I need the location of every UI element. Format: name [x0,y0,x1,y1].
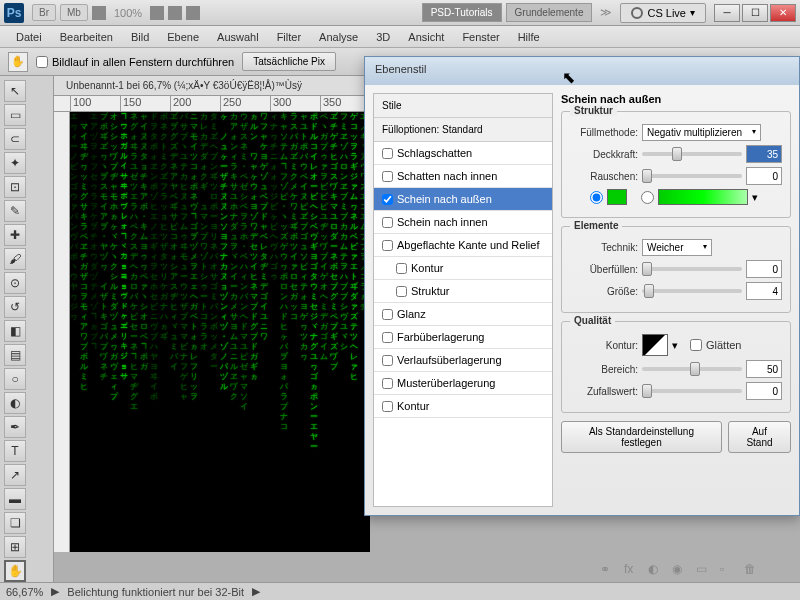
style-option[interactable]: Schein nach außen [374,188,552,211]
menu-item[interactable]: Ansicht [400,29,452,45]
menu-item[interactable]: 3D [368,29,398,45]
style-option[interactable]: Schein nach innen [374,211,552,234]
dialog-title[interactable]: Ebenenstil [365,57,799,85]
spread-slider[interactable] [642,267,742,271]
opacity-slider[interactable] [642,152,742,156]
menu-item[interactable]: Auswahl [209,29,267,45]
spread-input[interactable] [746,260,782,278]
new-icon[interactable]: ▫ [720,562,736,578]
blur-tool-icon[interactable]: ○ [4,368,26,390]
quality-legend: Qualität [570,315,615,326]
eyedropper-tool-icon[interactable]: ✎ [4,200,26,222]
reset-default-button[interactable]: Auf Stand [728,421,791,453]
camera-tool-icon[interactable]: ⊞ [4,536,26,558]
workspace-more-icon[interactable]: ≫ [596,6,616,19]
maximize-button[interactable]: ☐ [742,4,768,22]
document-canvas[interactable]: エ ヮ ィ ー ノ ビ ン ゴ ウ ァ パ ン ヴ バ ポ ヽ ウ ヤ ヮ ジ … [70,112,370,552]
link-icon[interactable]: ⚭ [600,562,616,578]
heal-tool-icon[interactable]: ✚ [4,224,26,246]
style-option[interactable]: Struktur [374,280,552,303]
mask-icon[interactable]: ◐ [648,562,664,578]
status-zoom[interactable]: 66,67% [6,586,43,598]
wand-tool-icon[interactable]: ✦ [4,152,26,174]
size-input[interactable] [746,282,782,300]
size-slider[interactable] [642,289,742,293]
make-default-button[interactable]: Als Standardeinstellung festlegen [561,421,722,453]
path-tool-icon[interactable]: ↗ [4,464,26,486]
actual-pixels-button[interactable]: Tatsächliche Pix [242,52,336,71]
style-option[interactable]: Musterüberlagerung [374,372,552,395]
menu-item[interactable]: Fenster [454,29,507,45]
hand-tool-preset-icon[interactable]: ✋ [8,52,28,72]
style-option[interactable]: Glanz [374,303,552,326]
stamp-tool-icon[interactable]: ⊙ [4,272,26,294]
crop-tool-icon[interactable]: ⊡ [4,176,26,198]
glow-gradient-picker[interactable] [658,189,748,205]
style-option[interactable]: Kontur [374,257,552,280]
scroll-all-checkbox[interactable]: Bildlauf in allen Fenstern durchführen [36,56,234,68]
style-option[interactable]: Kontur [374,395,552,418]
fx-icon[interactable]: fx [624,562,640,578]
minimize-button[interactable]: ─ [714,4,740,22]
menu-item[interactable]: Bearbeiten [52,29,121,45]
contour-picker[interactable] [642,334,668,356]
style-option[interactable]: Abgeflachte Kante und Relief [374,234,552,257]
arrange-icon[interactable] [186,6,200,20]
menu-item[interactable]: Datei [8,29,50,45]
workspace-tab-tutorials[interactable]: PSD-Tutorials [422,3,502,22]
style-option[interactable]: Schlagschatten [374,142,552,165]
style-option[interactable]: Verlaufsüberlagerung [374,349,552,372]
contour-dropdown-icon[interactable]: ▾ [672,339,678,352]
marquee-tool-icon[interactable]: ▭ [4,104,26,126]
style-option[interactable]: Farbüberlagerung [374,326,552,349]
noise-slider[interactable] [642,174,742,178]
minibridge-button[interactable]: Mb [60,4,88,21]
shape-tool-icon[interactable]: ▬ [4,488,26,510]
gradient-radio[interactable] [641,191,654,204]
adjust-icon[interactable]: ◉ [672,562,688,578]
menu-item[interactable]: Analyse [311,29,366,45]
range-input[interactable] [746,360,782,378]
move-tool-icon[interactable]: ↖ [4,80,26,102]
gradient-tool-icon[interactable]: ▤ [4,344,26,366]
cslive-button[interactable]: CS Live ▾ [620,3,706,23]
lasso-tool-icon[interactable]: ⊂ [4,128,26,150]
zoom-level[interactable]: 100% [114,7,142,19]
layout-icon[interactable] [92,6,106,20]
blend-mode-select[interactable]: Negativ multiplizieren [642,124,761,141]
menu-item[interactable]: Hilfe [510,29,548,45]
hand-tool-icon[interactable]: ✋ [4,560,26,582]
pen-tool-icon[interactable]: ✒ [4,416,26,438]
style-option[interactable]: Schatten nach innen [374,165,552,188]
glow-color-swatch[interactable] [607,189,627,205]
blend-options-header[interactable]: Füllopt­ionen: Standard [374,118,552,142]
gradient-dropdown-icon[interactable]: ▾ [752,191,758,204]
antialias-checkbox[interactable]: Glätten [690,339,758,351]
menu-item[interactable]: Filter [269,29,309,45]
solid-color-radio[interactable] [590,191,603,204]
noise-input[interactable] [746,167,782,185]
bridge-button[interactable]: Br [32,4,56,21]
jitter-input[interactable] [746,382,782,400]
menu-item[interactable]: Bild [123,29,157,45]
opacity-input[interactable] [746,145,782,163]
noise-label: Rauschen: [570,171,638,182]
trash-icon[interactable]: 🗑 [744,562,760,578]
technique-select[interactable]: Weicher [642,239,712,256]
range-slider[interactable] [642,367,742,371]
close-button[interactable]: ✕ [770,4,796,22]
type-tool-icon[interactable]: T [4,440,26,462]
menu-item[interactable]: Ebene [159,29,207,45]
technique-label: Technik: [570,242,638,253]
screen-mode-icon[interactable] [150,6,164,20]
jitter-slider[interactable] [642,389,742,393]
brush-tool-icon[interactable]: 🖌 [4,248,26,270]
history-brush-icon[interactable]: ↺ [4,296,26,318]
styles-header[interactable]: Stile [374,94,552,118]
folder-icon[interactable]: ▭ [696,562,712,578]
eraser-tool-icon[interactable]: ◧ [4,320,26,342]
dodge-tool-icon[interactable]: ◐ [4,392,26,414]
extras-icon[interactable] [168,6,182,20]
3d-tool-icon[interactable]: ❏ [4,512,26,534]
workspace-tab-essentials[interactable]: Grundelemente [506,3,593,22]
